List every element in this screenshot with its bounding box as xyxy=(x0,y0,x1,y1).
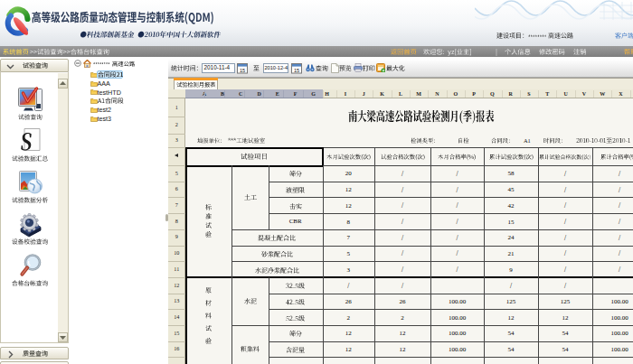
svg-text:15: 15 xyxy=(240,68,245,73)
svg-text:15: 15 xyxy=(294,68,299,73)
